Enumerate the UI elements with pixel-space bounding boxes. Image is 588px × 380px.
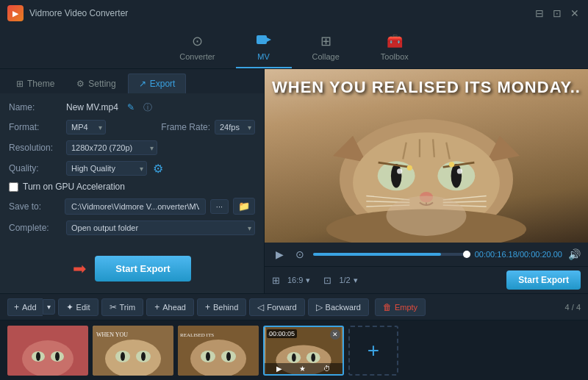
tab-toolbox[interactable]: 🧰 Toolbox [360, 27, 429, 68]
complete-label: Complete: [9, 223, 60, 233]
progress-bar[interactable] [313, 253, 469, 256]
resolution-label: Resolution: [9, 143, 60, 153]
main-content: ⊞ Theme ⚙ Setting ↗ Export Name: New MV.… [0, 69, 588, 293]
name-label: Name: [9, 102, 60, 112]
filmstrip: WHEN YOU REALISED ITS [0, 320, 588, 380]
sub-tab-setting[interactable]: ⚙ Setting [66, 74, 126, 93]
film-thumb-4[interactable]: MONDAY.. 00:00:05 ✕ ▶ ★ ⏱ [263, 326, 344, 376]
quality-select[interactable]: High Quality Standard Quality Low Qualit… [66, 161, 147, 176]
progress-handle[interactable] [463, 251, 470, 258]
setting-icon: ⚙ [76, 79, 85, 89]
page-select[interactable]: 1/2 ▾ [339, 276, 357, 285]
film-close-btn[interactable]: ✕ [330, 329, 340, 340]
edit-btn[interactable]: ✦ Edit [58, 298, 98, 316]
ahead-btn[interactable]: + Ahead [146, 298, 194, 316]
start-export-right-btn[interactable]: Start Export [506, 270, 581, 290]
backward-btn[interactable]: ▷ Backward [308, 298, 369, 316]
volume-btn[interactable]: 🔊 [568, 248, 581, 260]
svg-point-27 [449, 162, 454, 167]
window-minimize-btn[interactable]: ⊟ [534, 7, 545, 19]
gpu-checkbox[interactable] [9, 182, 18, 192]
quality-row: Quality: High Quality Standard Quality L… [9, 161, 255, 176]
play-btn[interactable]: ▶ [272, 247, 287, 262]
more-btn[interactable]: ··· [210, 199, 229, 214]
forward-icon: ◁ [257, 302, 264, 312]
left-panel: ⊞ Theme ⚙ Setting ↗ Export Name: New MV.… [0, 69, 265, 293]
window-close-btn[interactable]: ✕ [569, 7, 581, 19]
svg-point-41 [141, 352, 146, 361]
format-select-wrapper[interactable]: MP4 MKV AVI MOV [66, 120, 106, 135]
film-thumb-1[interactable] [7, 326, 88, 376]
add-btn[interactable]: + Add [7, 298, 43, 316]
film-thumb-2[interactable]: WHEN YOU [93, 326, 173, 376]
aspect-chevron: ▾ [306, 276, 310, 285]
theme-icon: ⊞ [16, 79, 24, 89]
video-preview: WHEN YOU REALISED ITS MONDAY.. [265, 69, 588, 243]
svg-text:WHEN YOU: WHEN YOU [96, 331, 128, 338]
thumb-cat-3: REALISED ITS [178, 326, 259, 376]
sub-tab-theme[interactable]: ⊞ Theme [6, 74, 65, 93]
title-bar: ▶ Vidmore Video Converter ⊟ ⊡ ✕ [0, 0, 588, 26]
film-time-badge: 00:00:05 [267, 329, 297, 338]
gpu-label: Turn on GPU Acceleration [23, 182, 125, 192]
start-export-main-btn[interactable]: Start Export [95, 256, 190, 282]
svg-point-48 [226, 352, 231, 361]
svg-point-29 [387, 196, 467, 235]
aspect-ratio-select[interactable]: 16:9 ▾ [287, 276, 310, 285]
svg-rect-0 [257, 35, 267, 44]
window-maximize-btn[interactable]: ⊡ [551, 7, 563, 19]
behind-icon: + [205, 302, 210, 312]
window-controls: ⊟ ⊡ ✕ [534, 7, 581, 19]
export-icon: ↗ [139, 79, 146, 89]
resolution-row: Resolution: 1280x720 (720p) 1920x1080 (1… [9, 140, 255, 155]
backward-icon: ▷ [316, 302, 323, 312]
format-select[interactable]: MP4 MKV AVI MOV [66, 120, 106, 135]
progress-fill [313, 253, 441, 256]
add-btn-group: + Add ▾ [7, 298, 55, 316]
tab-collage[interactable]: ⊞ Collage [292, 27, 360, 68]
forward-btn[interactable]: ◁ Forward [249, 298, 304, 316]
svg-text:REALISED ITS: REALISED ITS [180, 332, 214, 338]
name-row: Name: New MV.mp4 ✎ ⓘ [9, 101, 255, 114]
bottom-toolbar: + Add ▾ ✦ Edit ✂ Trim + Ahead + Behind ◁… [0, 293, 588, 320]
edit-name-btn[interactable]: ✎ [124, 101, 137, 114]
add-dropdown-btn[interactable]: ▾ [43, 299, 55, 315]
copy-icon: ⊡ [323, 275, 331, 286]
trim-btn[interactable]: ✂ Trim [101, 298, 144, 316]
resolution-select-wrapper[interactable]: 1280x720 (720p) 1920x1080 (1080p) 854x48… [66, 140, 157, 155]
collage-icon: ⊞ [320, 33, 331, 49]
fps-select[interactable]: 24fps 30fps 60fps [215, 120, 255, 135]
complete-select-wrapper[interactable]: Open output folder Do nothing [66, 221, 255, 235]
behind-btn[interactable]: + Behind [197, 298, 246, 316]
film-overlay: ▶ ★ ⏱ [265, 363, 343, 374]
page-count: 4 / 4 [565, 303, 581, 312]
tab-mv[interactable]: MV [236, 28, 292, 68]
quality-gear-btn[interactable]: ⚙ [153, 162, 163, 176]
start-export-area: ➡ Start Export [9, 256, 255, 282]
svg-point-35 [55, 352, 60, 361]
toolbox-icon: 🧰 [387, 33, 403, 49]
empty-btn[interactable]: 🗑 Empty [375, 298, 426, 316]
tab-converter[interactable]: ⊙ Converter [159, 27, 235, 68]
app-logo: ▶ [7, 5, 24, 21]
svg-marker-1 [267, 37, 271, 42]
fps-select-wrapper[interactable]: 24fps 30fps 60fps [215, 120, 255, 135]
app-title: Vidmore Video Converter [29, 8, 534, 18]
film-clock-icon: ⏱ [323, 365, 331, 373]
meme-text: WHEN YOU REALISED ITS MONDAY.. [265, 78, 588, 97]
quality-label: Quality: [9, 163, 60, 173]
stop-btn[interactable]: ⊙ [293, 247, 307, 262]
film-thumb-3[interactable]: REALISED ITS [178, 326, 259, 376]
converter-icon: ⊙ [192, 33, 203, 49]
fps-label: Frame Rate: [161, 122, 210, 132]
nav-tabs: ⊙ Converter MV ⊞ Collage 🧰 Toolbox [0, 26, 588, 69]
aspect-ratio-icon: ⊞ [272, 275, 280, 286]
save-path-input[interactable] [65, 198, 206, 215]
resolution-select[interactable]: 1280x720 (720p) 1920x1080 (1080p) 854x48… [66, 140, 157, 155]
sub-tab-export[interactable]: ↗ Export [128, 74, 187, 93]
video-sub-controls: ⊞ 16:9 ▾ ⊡ 1/2 ▾ Start Export [265, 266, 588, 293]
folder-btn[interactable]: 📁 [233, 198, 255, 215]
complete-select[interactable]: Open output folder Do nothing [66, 221, 255, 235]
quality-select-wrapper[interactable]: High Quality Standard Quality Low Qualit… [66, 161, 147, 176]
add-film-btn[interactable]: + [348, 326, 398, 376]
